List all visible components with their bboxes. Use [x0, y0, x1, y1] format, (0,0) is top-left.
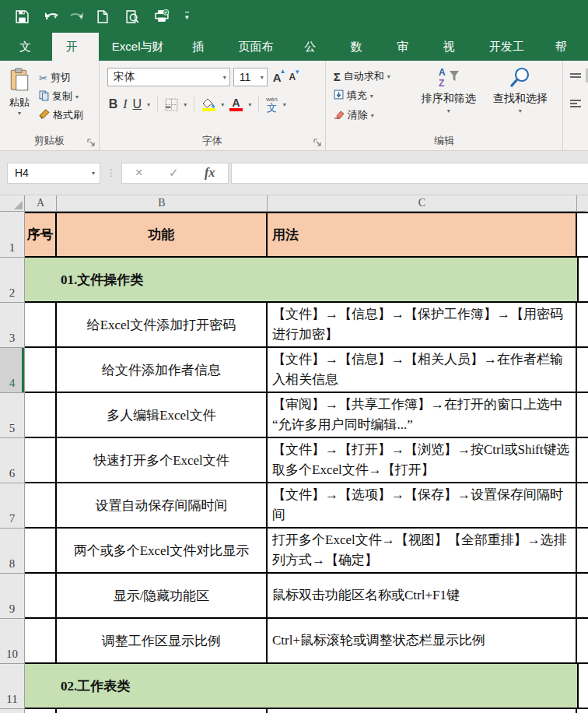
- formula-bar-splitter[interactable]: ⋮: [107, 167, 115, 178]
- row-header-1[interactable]: 1: [0, 212, 25, 258]
- cell-A4[interactable]: [25, 348, 57, 392]
- font-size-combo[interactable]: 11 ▾: [233, 68, 268, 86]
- font-color-dropdown-icon[interactable]: ▾: [248, 101, 251, 108]
- increase-font-size-button[interactable]: A▲: [271, 71, 284, 84]
- cell-D6[interactable]: [577, 438, 586, 482]
- phonetic-dropdown-icon[interactable]: ▾: [283, 101, 286, 108]
- cell-C7[interactable]: 【文件】→【选项】→【保存】→设置保存间隔时间: [268, 483, 577, 527]
- row-header-11[interactable]: 11: [0, 664, 25, 709]
- cell-B5[interactable]: 多人编辑Excel文件: [57, 393, 268, 437]
- insert-function-icon[interactable]: fx: [205, 166, 215, 180]
- cell-C6[interactable]: 【文件】→【打开】→【浏览】→按Ctrl或Shift键选取多个Excel文件→【…: [268, 438, 577, 482]
- print-preview-icon[interactable]: [123, 7, 142, 26]
- cell-D3[interactable]: [577, 303, 586, 346]
- cell-A5[interactable]: [25, 393, 57, 437]
- paste-dropdown-icon[interactable]: ▾: [18, 110, 21, 117]
- cell-C8[interactable]: 打开多个Excel文件→【视图】【全部重排】→选排列方式→【确定】: [268, 529, 577, 572]
- cell-B7[interactable]: 设置自动保存间隔时间: [57, 483, 268, 527]
- ribbon-tab-审阅[interactable]: 审阅: [383, 33, 429, 61]
- borders-button[interactable]: [165, 98, 178, 111]
- align-left-icon[interactable]: [568, 97, 583, 111]
- cell-C9[interactable]: 鼠标双击功能区名称或Ctrl+F1键: [268, 574, 577, 617]
- cell-C4[interactable]: 【文件】→【信息】→【相关人员】→在作者栏输入相关信息: [268, 348, 577, 392]
- row-header-4[interactable]: 4: [0, 348, 25, 393]
- find-select-dropdown-icon[interactable]: ▾: [519, 107, 522, 114]
- cell-D2[interactable]: [579, 258, 588, 301]
- align-top-icon[interactable]: [568, 68, 583, 83]
- cell-A3[interactable]: [25, 303, 57, 346]
- cell-B3[interactable]: 给Excel文件添加打开密码: [57, 303, 268, 346]
- undo-icon[interactable]: [42, 7, 61, 26]
- copy-dropdown-icon[interactable]: ▾: [75, 93, 79, 100]
- cancel-icon[interactable]: ×: [135, 165, 143, 181]
- customize-qat-icon[interactable]: ▾: [185, 12, 189, 21]
- row-header-9[interactable]: 9: [0, 574, 25, 619]
- ribbon-tab-文件[interactable]: 文件: [6, 33, 52, 61]
- cell-D7[interactable]: [577, 483, 586, 527]
- font-dialog-launcher-icon[interactable]: [313, 139, 322, 147]
- underline-dropdown-icon[interactable]: ▾: [147, 101, 150, 108]
- font-color-button[interactable]: A: [229, 98, 243, 111]
- section-cell-2[interactable]: 01.文件操作类: [25, 258, 579, 301]
- enter-icon[interactable]: ✓: [169, 166, 179, 180]
- column-header-C[interactable]: C: [268, 195, 577, 212]
- cell-A10[interactable]: [25, 619, 57, 662]
- cell-A6[interactable]: [25, 438, 57, 482]
- undo-dropdown-icon[interactable]: ▾: [54, 13, 57, 20]
- copy-button[interactable]: 复制 ▾: [39, 90, 83, 104]
- cell-B4[interactable]: 给文件添加作者信息: [57, 348, 268, 392]
- italic-button[interactable]: I: [123, 97, 127, 111]
- new-file-icon[interactable]: [93, 7, 112, 26]
- format-painter-button[interactable]: 格式刷: [39, 108, 83, 122]
- ribbon-tab-公式[interactable]: 公式: [291, 33, 337, 61]
- column-header-B[interactable]: B: [57, 195, 268, 212]
- bold-button[interactable]: B: [109, 97, 118, 111]
- cell-B6[interactable]: 快速打开多个Excel文件: [57, 438, 268, 482]
- cell-D10[interactable]: [577, 619, 586, 662]
- ribbon-tab-帮助[interactable]: 帮助: [542, 33, 588, 61]
- ribbon-tab-数据[interactable]: 数据: [338, 33, 383, 61]
- font-name-combo[interactable]: 宋体 ▾: [107, 68, 230, 86]
- name-box-dropdown-icon[interactable]: ▾: [92, 170, 95, 177]
- column-header-A[interactable]: A: [25, 195, 57, 212]
- cell-A7[interactable]: [25, 483, 57, 527]
- font-size-dropdown-icon[interactable]: ▾: [261, 74, 264, 81]
- row-header-7[interactable]: 7: [0, 483, 25, 529]
- row-header-3[interactable]: 3: [0, 303, 25, 348]
- cell-D11[interactable]: [579, 664, 588, 708]
- fill-button[interactable]: 填充 ▾: [334, 89, 413, 103]
- cell-B12-partial[interactable]: [57, 709, 268, 713]
- section-cell-11[interactable]: 02.工作表类: [25, 664, 579, 708]
- cell-B8[interactable]: 两个或多个Excel文件对比显示: [57, 529, 268, 572]
- ribbon-tab-视图[interactable]: 视图: [429, 33, 475, 61]
- autosum-dropdown-icon[interactable]: ▾: [387, 73, 390, 80]
- ribbon-tab-Excel与财务[interactable]: Excel与财务: [99, 33, 179, 61]
- fill-color-button[interactable]: [201, 98, 215, 111]
- cell-A9[interactable]: [25, 574, 57, 617]
- fill-color-dropdown-icon[interactable]: ▾: [221, 101, 224, 108]
- cell-B9[interactable]: 显示/隐藏功能区: [57, 574, 268, 617]
- cell-A12-partial[interactable]: [25, 709, 57, 713]
- autosum-button[interactable]: Σ 自动求和 ▾: [334, 69, 413, 83]
- cell-D1[interactable]: [577, 213, 586, 256]
- cell-B1[interactable]: 功能: [57, 213, 268, 256]
- ribbon-tab-插入[interactable]: 插入: [179, 33, 225, 61]
- cell-C12-partial[interactable]: [268, 709, 577, 713]
- borders-dropdown-icon[interactable]: ▾: [184, 101, 187, 108]
- decrease-font-size-button[interactable]: A▼: [287, 72, 299, 83]
- cell-D4[interactable]: [577, 348, 586, 392]
- cell-C1[interactable]: 用法: [268, 213, 577, 256]
- cell-A8[interactable]: [25, 529, 57, 572]
- fill-dropdown-icon[interactable]: ▾: [370, 93, 373, 100]
- cell-D5[interactable]: [577, 393, 586, 437]
- ribbon-tab-页面布局[interactable]: 页面布局: [225, 33, 291, 61]
- cell-A1[interactable]: 序号: [25, 213, 57, 256]
- clipboard-dialog-launcher-icon[interactable]: [87, 139, 96, 147]
- cell-C5[interactable]: 【审阅】→【共享工作簿】→在打开的窗口上选中“允许多用户同时编辑...”: [268, 393, 577, 437]
- formula-input[interactable]: [231, 163, 588, 184]
- row-header-5[interactable]: 5: [0, 393, 25, 438]
- row-header-8[interactable]: 8: [0, 529, 25, 574]
- clear-button[interactable]: 清除 ▾: [334, 108, 413, 122]
- phonetic-guide-button[interactable]: wén 文: [266, 97, 278, 113]
- cut-button[interactable]: ✂ 剪切: [39, 71, 83, 85]
